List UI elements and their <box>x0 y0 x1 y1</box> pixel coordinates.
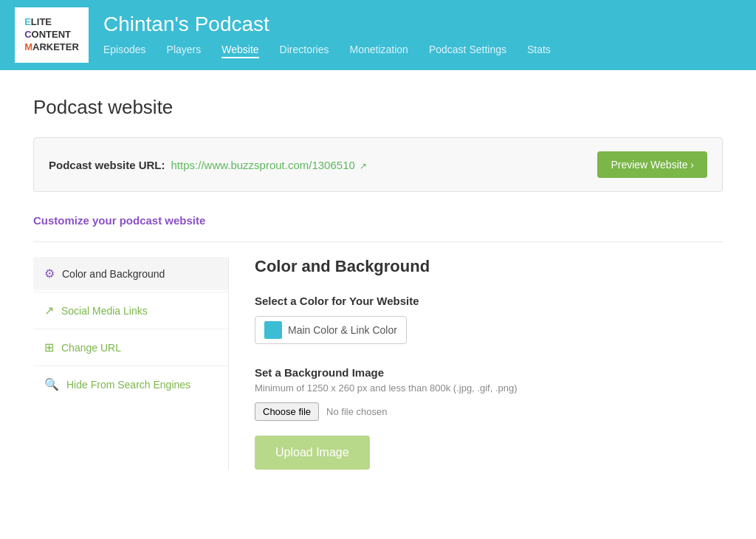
sidebar-label-color-background: Color and Background <box>62 268 165 280</box>
upload-image-button[interactable]: Upload Image <box>255 436 370 470</box>
sidebar-item-hide-search[interactable]: 🔍 Hide From Search Engines <box>33 368 228 401</box>
content-panel: Color and Background Select a Color for … <box>229 257 723 470</box>
podcast-title: Chintan's Podcast <box>103 13 551 36</box>
nav-directories[interactable]: Directories <box>280 44 329 58</box>
podcast-url-link[interactable]: https://www.buzzsprout.com/1306510 ↗ <box>171 159 367 171</box>
social-media-icon: ↗ <box>44 303 54 317</box>
change-url-icon: ⊞ <box>44 340 54 354</box>
choose-file-button[interactable]: Choose file <box>255 402 319 421</box>
bg-image-subtitle: Minimum of 1250 x 260 px and less than 8… <box>255 382 697 394</box>
header: ELITE CONTENT MARKETER Chintan's Podcast… <box>0 0 756 70</box>
color-field-label: Select a Color for Your Website <box>255 295 697 307</box>
page-title: Podcast website <box>33 96 723 119</box>
header-right: Chintan's Podcast Episodes Players Websi… <box>103 13 551 58</box>
sidebar-divider-3 <box>33 365 228 366</box>
no-file-text: No file chosen <box>326 406 387 417</box>
external-link-icon: ↗ <box>360 161 367 171</box>
two-column-layout: ⚙ Color and Background ↗ Social Media Li… <box>33 257 723 470</box>
sidebar-item-social-media[interactable]: ↗ Social Media Links <box>33 294 228 327</box>
bg-image-label: Set a Background Image <box>255 366 697 379</box>
nav-monetization[interactable]: Monetization <box>350 44 408 58</box>
sidebar-divider-1 <box>33 292 228 292</box>
nav-episodes[interactable]: Episodes <box>103 44 146 58</box>
url-bar: Podcast website URL: https://www.buzzspr… <box>33 137 723 192</box>
section-title: Color and Background <box>255 257 697 276</box>
divider <box>33 241 723 242</box>
file-input-row: Choose file No file chosen <box>255 402 697 421</box>
customize-heading: Customize your podcast website <box>33 214 723 227</box>
nav-podcast-settings[interactable]: Podcast Settings <box>429 44 506 58</box>
main-content: Podcast website Podcast website URL: htt… <box>0 70 756 539</box>
nav-players[interactable]: Players <box>167 44 202 58</box>
sidebar-divider-2 <box>33 329 228 329</box>
main-nav: Episodes Players Website Directories Mon… <box>103 44 551 58</box>
nav-website[interactable]: Website <box>221 44 258 58</box>
sidebar-label-hide-search: Hide From Search Engines <box>66 379 190 391</box>
preview-website-button[interactable]: Preview Website › <box>597 151 707 178</box>
sidebar-item-change-url[interactable]: ⊞ Change URL <box>33 331 228 364</box>
color-option[interactable]: Main Color & Link Color <box>255 316 407 344</box>
color-background-icon: ⚙ <box>44 267 55 281</box>
background-image-section: Set a Background Image Minimum of 1250 x… <box>255 366 697 470</box>
url-bar-left: Podcast website URL: https://www.buzzspr… <box>49 159 367 171</box>
hide-search-icon: 🔍 <box>44 377 59 391</box>
sidebar-label-social-media: Social Media Links <box>61 305 148 317</box>
sidebar-item-color-background[interactable]: ⚙ Color and Background <box>33 257 228 290</box>
nav-stats[interactable]: Stats <box>527 44 551 58</box>
logo-box: ELITE CONTENT MARKETER <box>15 7 89 63</box>
logo-text: ELITE CONTENT MARKETER <box>24 16 79 54</box>
sidebar-label-change-url: Change URL <box>61 342 121 354</box>
color-option-label: Main Color & Link Color <box>288 324 397 336</box>
color-swatch <box>264 321 282 339</box>
color-section: Select a Color for Your Website Main Col… <box>255 295 697 344</box>
sidebar: ⚙ Color and Background ↗ Social Media Li… <box>33 257 229 470</box>
url-label: Podcast website URL: <box>49 159 165 171</box>
